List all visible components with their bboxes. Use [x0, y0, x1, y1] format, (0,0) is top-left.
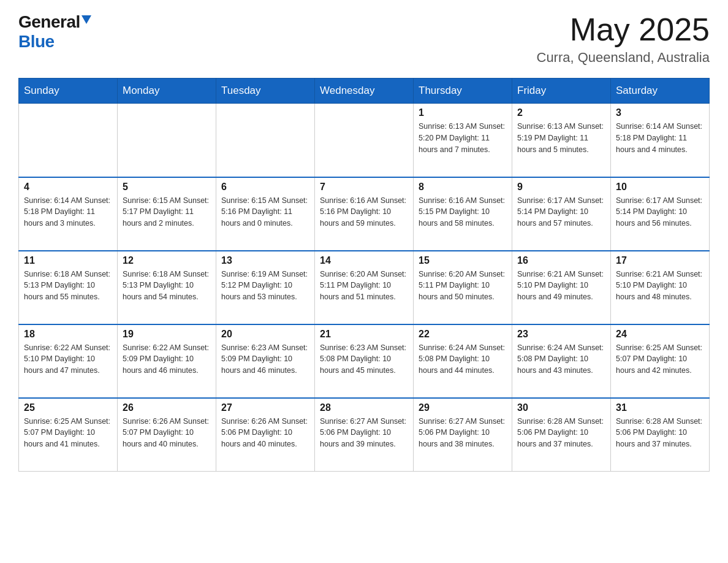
- calendar-cell: 22Sunrise: 6:24 AM Sunset: 5:08 PM Dayli…: [414, 324, 512, 398]
- calendar-cell: 2Sunrise: 6:13 AM Sunset: 5:19 PM Daylig…: [512, 104, 611, 177]
- day-number: 1: [419, 107, 507, 118]
- logo-general-text: General: [18, 12, 80, 32]
- day-number: 20: [221, 329, 309, 340]
- month-title: May 2025: [537, 12, 710, 47]
- day-info: Sunrise: 6:22 AM Sunset: 5:10 PM Dayligh…: [24, 342, 112, 377]
- calendar-cell: 4Sunrise: 6:14 AM Sunset: 5:18 PM Daylig…: [19, 177, 118, 251]
- title-block: May 2025 Curra, Queensland, Australia: [537, 12, 710, 66]
- calendar-cell: 1Sunrise: 6:13 AM Sunset: 5:20 PM Daylig…: [414, 104, 512, 177]
- day-number: 19: [123, 329, 211, 340]
- day-number: 16: [517, 255, 605, 266]
- calendar-cell: 5Sunrise: 6:15 AM Sunset: 5:17 PM Daylig…: [118, 177, 216, 251]
- day-number: 13: [221, 255, 309, 266]
- day-info: Sunrise: 6:17 AM Sunset: 5:14 PM Dayligh…: [517, 195, 605, 229]
- day-number: 29: [419, 402, 507, 413]
- day-info: Sunrise: 6:20 AM Sunset: 5:11 PM Dayligh…: [320, 269, 408, 303]
- day-number: 3: [616, 107, 704, 118]
- calendar-header: SundayMondayTuesdayWednesdayThursdayFrid…: [19, 79, 710, 104]
- logo-triangle-icon: [82, 15, 91, 24]
- calendar-cell: 10Sunrise: 6:17 AM Sunset: 5:14 PM Dayli…: [611, 177, 710, 251]
- location-text: Curra, Queensland, Australia: [537, 50, 710, 66]
- calendar-cell: 21Sunrise: 6:23 AM Sunset: 5:08 PM Dayli…: [315, 324, 414, 398]
- logo: General Blue: [18, 12, 91, 52]
- day-info: Sunrise: 6:22 AM Sunset: 5:09 PM Dayligh…: [123, 342, 211, 377]
- day-info: Sunrise: 6:16 AM Sunset: 5:15 PM Dayligh…: [419, 195, 507, 229]
- day-number: 21: [320, 329, 408, 340]
- day-number: 4: [24, 182, 112, 193]
- calendar-cell: 29Sunrise: 6:27 AM Sunset: 5:06 PM Dayli…: [414, 398, 512, 472]
- day-info: Sunrise: 6:13 AM Sunset: 5:20 PM Dayligh…: [419, 121, 507, 155]
- day-number: 15: [419, 255, 507, 266]
- calendar-cell: 20Sunrise: 6:23 AM Sunset: 5:09 PM Dayli…: [216, 324, 315, 398]
- day-number: 8: [419, 182, 507, 193]
- day-number: 23: [517, 329, 605, 340]
- calendar-cell: 15Sunrise: 6:20 AM Sunset: 5:11 PM Dayli…: [414, 251, 512, 324]
- day-number: 14: [320, 255, 408, 266]
- calendar-cell: 27Sunrise: 6:26 AM Sunset: 5:06 PM Dayli…: [216, 398, 315, 472]
- calendar-body: 1Sunrise: 6:13 AM Sunset: 5:20 PM Daylig…: [19, 104, 710, 472]
- day-info: Sunrise: 6:15 AM Sunset: 5:16 PM Dayligh…: [221, 195, 309, 229]
- calendar-cell: 6Sunrise: 6:15 AM Sunset: 5:16 PM Daylig…: [216, 177, 315, 251]
- day-info: Sunrise: 6:28 AM Sunset: 5:06 PM Dayligh…: [616, 416, 704, 450]
- calendar-cell: 17Sunrise: 6:21 AM Sunset: 5:10 PM Dayli…: [611, 251, 710, 324]
- days-of-week-row: SundayMondayTuesdayWednesdayThursdayFrid…: [19, 79, 710, 104]
- calendar-cell: 16Sunrise: 6:21 AM Sunset: 5:10 PM Dayli…: [512, 251, 611, 324]
- day-number: 28: [320, 402, 408, 413]
- day-number: 5: [123, 182, 211, 193]
- day-number: 6: [221, 182, 309, 193]
- calendar-cell: 7Sunrise: 6:16 AM Sunset: 5:16 PM Daylig…: [315, 177, 414, 251]
- day-number: 31: [616, 402, 704, 413]
- calendar-week-row: 25Sunrise: 6:25 AM Sunset: 5:07 PM Dayli…: [19, 398, 710, 472]
- calendar-cell: 23Sunrise: 6:24 AM Sunset: 5:08 PM Dayli…: [512, 324, 611, 398]
- day-number: 11: [24, 255, 112, 266]
- calendar-cell: 28Sunrise: 6:27 AM Sunset: 5:06 PM Dayli…: [315, 398, 414, 472]
- day-of-week-header: Tuesday: [216, 79, 315, 104]
- day-number: 2: [517, 107, 605, 118]
- day-info: Sunrise: 6:25 AM Sunset: 5:07 PM Dayligh…: [24, 416, 112, 450]
- calendar-cell: 25Sunrise: 6:25 AM Sunset: 5:07 PM Dayli…: [19, 398, 118, 472]
- calendar-cell: [315, 104, 414, 177]
- day-info: Sunrise: 6:14 AM Sunset: 5:18 PM Dayligh…: [24, 195, 112, 229]
- calendar-cell: 24Sunrise: 6:25 AM Sunset: 5:07 PM Dayli…: [611, 324, 710, 398]
- calendar-cell: 30Sunrise: 6:28 AM Sunset: 5:06 PM Dayli…: [512, 398, 611, 472]
- day-number: 7: [320, 182, 408, 193]
- day-number: 17: [616, 255, 704, 266]
- day-info: Sunrise: 6:24 AM Sunset: 5:08 PM Dayligh…: [517, 342, 605, 377]
- day-info: Sunrise: 6:21 AM Sunset: 5:10 PM Dayligh…: [616, 269, 704, 303]
- day-of-week-header: Monday: [118, 79, 216, 104]
- day-number: 24: [616, 329, 704, 340]
- day-info: Sunrise: 6:26 AM Sunset: 5:07 PM Dayligh…: [123, 416, 211, 450]
- day-info: Sunrise: 6:21 AM Sunset: 5:10 PM Dayligh…: [517, 269, 605, 303]
- day-number: 25: [24, 402, 112, 413]
- calendar-cell: [216, 104, 315, 177]
- day-info: Sunrise: 6:18 AM Sunset: 5:13 PM Dayligh…: [123, 269, 211, 303]
- day-number: 22: [419, 329, 507, 340]
- day-of-week-header: Thursday: [414, 79, 512, 104]
- logo-blue-text: Blue: [18, 32, 55, 52]
- calendar-cell: 8Sunrise: 6:16 AM Sunset: 5:15 PM Daylig…: [414, 177, 512, 251]
- day-info: Sunrise: 6:23 AM Sunset: 5:08 PM Dayligh…: [320, 342, 408, 377]
- calendar-table: SundayMondayTuesdayWednesdayThursdayFrid…: [18, 78, 710, 472]
- day-info: Sunrise: 6:14 AM Sunset: 5:18 PM Dayligh…: [616, 121, 704, 155]
- calendar-week-row: 4Sunrise: 6:14 AM Sunset: 5:18 PM Daylig…: [19, 177, 710, 251]
- day-number: 10: [616, 182, 704, 193]
- calendar-cell: 3Sunrise: 6:14 AM Sunset: 5:18 PM Daylig…: [611, 104, 710, 177]
- calendar-week-row: 11Sunrise: 6:18 AM Sunset: 5:13 PM Dayli…: [19, 251, 710, 324]
- calendar-week-row: 1Sunrise: 6:13 AM Sunset: 5:20 PM Daylig…: [19, 104, 710, 177]
- calendar-cell: 11Sunrise: 6:18 AM Sunset: 5:13 PM Dayli…: [19, 251, 118, 324]
- calendar-cell: 13Sunrise: 6:19 AM Sunset: 5:12 PM Dayli…: [216, 251, 315, 324]
- calendar-cell: 12Sunrise: 6:18 AM Sunset: 5:13 PM Dayli…: [118, 251, 216, 324]
- calendar-cell: 19Sunrise: 6:22 AM Sunset: 5:09 PM Dayli…: [118, 324, 216, 398]
- day-of-week-header: Sunday: [19, 79, 118, 104]
- day-number: 18: [24, 329, 112, 340]
- day-info: Sunrise: 6:26 AM Sunset: 5:06 PM Dayligh…: [221, 416, 309, 450]
- day-of-week-header: Saturday: [611, 79, 710, 104]
- day-info: Sunrise: 6:27 AM Sunset: 5:06 PM Dayligh…: [419, 416, 507, 450]
- day-number: 12: [123, 255, 211, 266]
- day-info: Sunrise: 6:17 AM Sunset: 5:14 PM Dayligh…: [616, 195, 704, 229]
- day-info: Sunrise: 6:27 AM Sunset: 5:06 PM Dayligh…: [320, 416, 408, 450]
- calendar-cell: 31Sunrise: 6:28 AM Sunset: 5:06 PM Dayli…: [611, 398, 710, 472]
- day-number: 9: [517, 182, 605, 193]
- day-number: 30: [517, 402, 605, 413]
- day-info: Sunrise: 6:23 AM Sunset: 5:09 PM Dayligh…: [221, 342, 309, 377]
